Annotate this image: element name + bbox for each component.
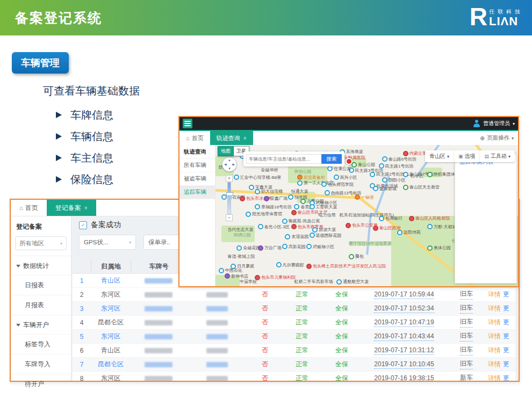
sidebar-item-tracked-vehicles[interactable]: 追踪车辆 — [179, 186, 215, 199]
sidebar-item-tag-import[interactable]: 标签导入 — [11, 334, 71, 354]
map-pan-control[interactable]: ▲ ▼ ◀ ▶ — [222, 157, 237, 172]
poi-marker-icon — [300, 199, 306, 204]
row-vehicle-type[interactable]: 旧车 — [460, 345, 473, 356]
district-select[interactable]: 青山区▾ — [425, 150, 454, 162]
bullet-item: 车主信息 — [56, 147, 113, 169]
poi-marker-icon — [225, 273, 230, 279]
sidebar-item-all-vehicles[interactable]: 所有车辆 — [179, 159, 215, 172]
sidebar-group-statistics[interactable]: 数据统计 — [11, 256, 71, 275]
row-vehicle-type[interactable]: 旧车 — [460, 289, 473, 300]
row-register-time[interactable]: 2019-07-17 10:10:45 — [374, 360, 434, 369]
row-region-link[interactable]: 青山区 — [91, 344, 131, 357]
row-more-link[interactable]: 更 — [503, 374, 509, 381]
arrow-bullet-icon — [56, 155, 62, 161]
calendar-check-icon: ✓ — [79, 221, 87, 229]
tab-registration[interactable]: 登记备案× — [47, 200, 96, 216]
row-vehicle-type[interactable]: 旧车 — [460, 359, 473, 369]
sidebar-item-stolen-vehicles[interactable]: 被盗车辆 — [179, 172, 215, 186]
table-row[interactable]: 4 昆都仑区 否 正常 全保 2019-07-17 10:47:19 旧车 详情… — [73, 316, 515, 330]
table-row[interactable]: 2 东河区 否 正常 全保 2019-07-17 10:59:44 旧车 详情更 — [73, 288, 515, 302]
row-region-link[interactable]: 东河区 — [91, 288, 131, 301]
zoom-in-button[interactable]: + — [226, 175, 233, 182]
sidebar-item-monthly-report[interactable]: 月报表 — [11, 295, 71, 315]
map-zoom-slider[interactable]: + − — [226, 175, 233, 221]
row-detail-link[interactable]: 详情 — [488, 318, 501, 327]
poi-marker-icon — [291, 210, 297, 215]
tab-home[interactable]: ⌂首页 — [11, 200, 47, 216]
toolbox-menu[interactable]: ▤工具箱▾ — [479, 150, 515, 162]
row-register-time[interactable]: 2019-07-17 10:31:12 — [374, 346, 434, 355]
row-detail-link[interactable]: 详情 — [488, 374, 501, 381]
search-input[interactable] — [246, 154, 321, 164]
map-poi-label: 民主路1号街坊 — [379, 163, 413, 169]
row-vehicle-type[interactable]: 新车 — [460, 373, 473, 381]
row-more-link[interactable]: 更 — [503, 290, 509, 299]
row-detail-link[interactable]: 详情 — [488, 346, 501, 355]
row-more-link[interactable]: 更 — [503, 318, 509, 327]
search-button[interactable]: 搜索 — [321, 154, 342, 164]
pan-up-icon[interactable]: ▲ — [228, 158, 231, 162]
row-vehicle-type[interactable]: 旧车 — [460, 331, 473, 342]
row-vehicle-type[interactable]: 旧车 — [460, 303, 473, 314]
masked-cell — [145, 306, 172, 311]
table-row[interactable]: 3 东河区 否 正常 全保 2019-07-17 10:52:34 旧车 详情更 — [73, 302, 515, 316]
row-owner-masked — [186, 316, 248, 329]
row-region-link[interactable]: 东河区 — [91, 372, 131, 381]
close-icon[interactable]: × — [84, 205, 88, 211]
pan-right-icon[interactable]: ▶ — [232, 163, 235, 166]
zoom-track[interactable] — [227, 182, 231, 214]
row-detail-link[interactable]: 详情 — [488, 332, 501, 341]
sidebar-item-plate-import[interactable]: 车牌导入 — [11, 354, 71, 374]
options-button[interactable]: ▣选项 — [454, 150, 480, 162]
row-register-time[interactable]: 2019-07-17 10:47:19 — [374, 318, 434, 327]
sidebar-item-pending-account[interactable]: 待开户 — [11, 374, 71, 394]
row-gps-status: 否 — [248, 358, 282, 371]
user-menu[interactable]: 普通管理员 ▾ — [473, 120, 515, 127]
map-canvas[interactable]: 气象局富强路十号街坊青年小区幸福路6号街坊东海商厦内蒙古第一机械医院青山路6号街… — [215, 145, 518, 286]
table-row[interactable]: 6 青山区 否 正常 全保 2019-07-17 10:31:12 旧车 详情更 — [73, 344, 515, 358]
row-region-link[interactable]: 东河区 — [91, 302, 131, 315]
row-register-time[interactable]: 2019-07-17 10:43:44 — [374, 332, 434, 341]
sidebar-group-vehicle-account[interactable]: 车辆开户 — [11, 315, 71, 334]
row-insurance: 全保 — [322, 288, 362, 301]
row-detail-link[interactable]: 详情 — [488, 290, 501, 299]
row-detail-link[interactable]: 详情 — [488, 304, 501, 313]
row-register-time[interactable]: 2019-07-16 19:38:15 — [374, 374, 434, 381]
row-register-time[interactable]: 2019-07-17 10:52:34 — [374, 304, 434, 313]
close-icon[interactable]: × — [243, 135, 247, 141]
row-index: 4 — [73, 316, 91, 329]
tab-home[interactable]: ⌂首页 — [179, 131, 210, 145]
region-filter-select[interactable]: 所有地区▾ — [15, 236, 67, 250]
row-more-link[interactable]: 更 — [503, 332, 509, 341]
table-row[interactable]: 7 昆都仑区 否 正常 全保 2019-07-17 10:10:45 旧车 详情… — [73, 358, 515, 372]
page-operations-menu[interactable]: ⊕ 页面操作 ▾ — [480, 131, 514, 145]
row-more-link[interactable]: 更 — [503, 346, 509, 355]
bullet-label: 车辆信息 — [70, 129, 113, 144]
row-more-link[interactable]: 更 — [503, 304, 509, 313]
row-vehicle-type[interactable]: 旧车 — [460, 317, 473, 328]
map-layer-button[interactable]: 地图 — [218, 146, 234, 156]
masked-cell — [206, 362, 228, 367]
poi-marker-icon — [294, 204, 299, 209]
poi-marker-icon — [382, 156, 387, 162]
poi-marker-icon — [427, 245, 433, 251]
row-region-link[interactable]: 昆都仑区 — [91, 358, 131, 371]
pan-left-icon[interactable]: ◀ — [224, 163, 227, 166]
row-region-link[interactable]: 青山区 — [91, 274, 131, 287]
gps-status-filter[interactable]: GPS状...▾ — [79, 235, 136, 250]
masked-cell — [206, 306, 228, 311]
table-row[interactable]: 8 东河区 否 正常 全保 2019-07-16 19:38:15 新车 详情更 — [73, 372, 515, 381]
map-poi-label: 一锅香 — [355, 194, 374, 200]
sidebar-item-daily-report[interactable]: 日报表 — [11, 275, 71, 295]
tab-track-query[interactable]: 轨迹查询× — [210, 131, 253, 145]
zoom-handle[interactable] — [226, 192, 233, 196]
row-region-link[interactable]: 东河区 — [91, 330, 131, 343]
row-detail-link[interactable]: 详情 — [488, 360, 501, 369]
row-region-link[interactable]: 昆都仑区 — [91, 316, 131, 329]
row-more-link[interactable]: 更 — [503, 360, 509, 369]
menu-icon[interactable] — [183, 119, 192, 128]
pan-down-icon[interactable]: ▼ — [228, 167, 231, 170]
row-register-time[interactable]: 2019-07-17 10:59:44 — [374, 291, 434, 299]
zoom-out-button[interactable]: − — [226, 214, 233, 221]
table-row[interactable]: 5 东河区 否 正常 全保 2019-07-17 10:43:44 旧车 详情更 — [73, 330, 515, 344]
